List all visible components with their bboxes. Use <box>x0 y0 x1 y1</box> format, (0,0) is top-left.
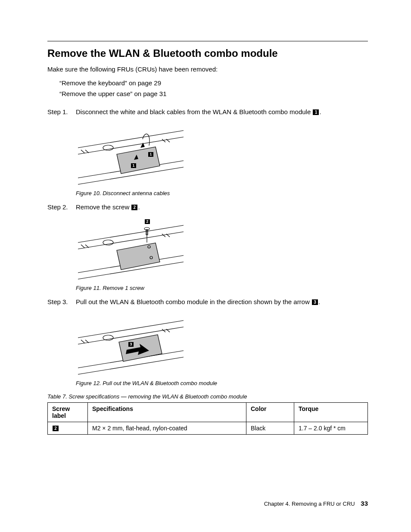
cell-spec: M2 × 2 mm, flat-head, nylon-coated <box>88 422 246 435</box>
callout-badge-icon: 2 <box>131 205 137 210</box>
step-text: . <box>138 203 140 211</box>
svg-marker-0 <box>117 147 160 174</box>
figure-caption: Figure 10. Disconnect antenna cables <box>76 190 368 196</box>
step-label: Step 2. <box>47 202 76 212</box>
th-torque: Torque <box>294 403 368 422</box>
step-1: Step 1. Disconnect the white and black c… <box>47 107 368 117</box>
callout-badge-icon: 2 <box>145 219 150 224</box>
cell-torque: 1.7 – 2.0 kgf * cm <box>294 422 368 435</box>
svg-point-5 <box>103 240 113 245</box>
step-body: Disconnect the white and black cables fr… <box>76 107 368 117</box>
illustration: 1 1 <box>76 122 188 187</box>
prereq-item: “Remove the keyboard” on page 29 <box>59 78 368 89</box>
callout-badge-icon: 3 <box>312 299 318 305</box>
table-header-row: Screw label Specifications Color Torque <box>48 403 368 422</box>
svg-point-1 <box>103 145 113 150</box>
step-body: Pull out the WLAN & Bluetooth combo modu… <box>76 297 368 307</box>
step-text: Pull out the WLAN & Bluetooth combo modu… <box>76 298 311 305</box>
step-label: Step 3. <box>47 297 76 307</box>
th-screw-label: Screw label <box>48 403 88 422</box>
figure-10: 1 1 Figure 10. Disconnect antenna cables <box>76 122 368 196</box>
th-spec: Specifications <box>88 403 246 422</box>
callout-badge-icon: 2 <box>53 426 59 431</box>
th-color: Color <box>246 403 294 422</box>
callout-badge-icon: 1 <box>148 152 153 157</box>
figure-caption: Figure 11. Remove 1 screw <box>76 285 368 291</box>
cell-color: Black <box>246 422 294 435</box>
figure-caption: Figure 12. Pull out the WLAN & Bluetooth… <box>76 380 368 386</box>
callout-badge-icon: 1 <box>313 109 319 115</box>
figure-12: 3 Figure 12. Pull out the WLAN & Bluetoo… <box>76 312 368 386</box>
figure-11: 2 Figure 11. Remove 1 screw <box>76 217 368 291</box>
step-body: Remove the screw 2. <box>76 202 368 212</box>
step-text: . <box>319 108 321 115</box>
step-text: Remove the screw <box>76 203 131 211</box>
step-text: . <box>318 298 320 305</box>
intro-text: Make sure the following FRUs (CRUs) have… <box>47 65 368 74</box>
prereq-list: “Remove the keyboard” on page 29 “Remove… <box>59 78 368 100</box>
table-row: 2 M2 × 2 mm, flat-head, nylon-coated Bla… <box>48 422 368 435</box>
page: Remove the WLAN & Bluetooth combo module… <box>0 0 411 532</box>
table-caption: Table 7. Screw specifications — removing… <box>47 393 368 400</box>
illustration: 3 <box>76 312 188 376</box>
svg-marker-4 <box>117 243 160 270</box>
step-2: Step 2. Remove the screw 2. <box>47 202 368 212</box>
section-heading: Remove the WLAN & Bluetooth combo module <box>47 47 368 59</box>
callout-badge-icon: 3 <box>128 342 134 347</box>
footer-chapter: Chapter 4. Removing a FRU or CRU <box>264 501 355 507</box>
rule-top <box>47 41 368 41</box>
cell-screw-label: 2 <box>48 422 88 435</box>
page-footer: Chapter 4. Removing a FRU or CRU 33 <box>264 500 368 507</box>
footer-page-number: 33 <box>361 500 368 507</box>
svg-point-11 <box>103 335 113 340</box>
illustration: 2 <box>76 217 188 281</box>
screw-spec-table: Screw label Specifications Color Torque … <box>47 402 368 435</box>
step-label: Step 1. <box>47 107 76 117</box>
prereq-item: “Remove the upper case” on page 31 <box>59 88 368 100</box>
step-3: Step 3. Pull out the WLAN & Bluetooth co… <box>47 297 368 307</box>
step-text: Disconnect the white and black cables fr… <box>76 108 312 115</box>
callout-badge-icon: 1 <box>131 163 136 168</box>
